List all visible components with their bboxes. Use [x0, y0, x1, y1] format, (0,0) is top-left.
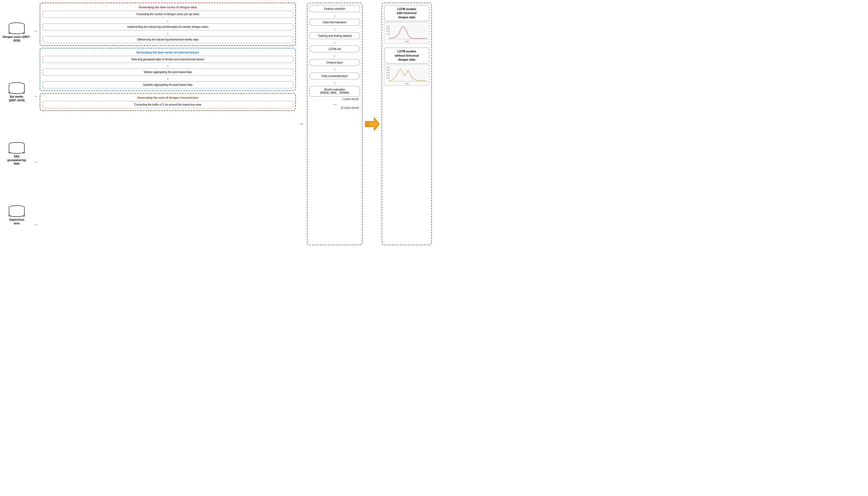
arrow-process-to-lstm: →	[297, 3, 305, 245]
svg-text:3000: 3000	[386, 73, 389, 74]
arrow-lstm-5: ↓	[310, 67, 360, 72]
svg-text:4000: 4000	[386, 26, 389, 27]
svg-text:1000: 1000	[386, 33, 389, 35]
svg-text:2019: 2019	[405, 41, 409, 42]
col-processing: Generating the time series of dengue dat…	[40, 3, 296, 245]
step-brown-1: Computing the buffer of 1 km around the …	[42, 101, 293, 108]
step-dengue-2: Implementing the natural log-transformat…	[42, 23, 293, 30]
arrow-lstm-4: ↓	[310, 53, 360, 58]
label-dengue-cases: Dengue cases (2007–2019)	[2, 35, 31, 42]
result-block-with-history: LSTM modelswith historicaldengue data	[384, 5, 429, 43]
arrow-down-3: ↓	[42, 63, 293, 68]
week-label-1week: 1-week-ahead	[310, 98, 360, 100]
label-impervious: Imperviousarea	[9, 218, 24, 225]
lstm-train-test: Training and testing dataset	[310, 32, 360, 39]
datasource-gee: GEEgeospatial bigdata	[8, 142, 26, 166]
step-dengue-1: Computing the number of dengue cases per…	[42, 11, 293, 18]
arrow-impervious-right: →	[33, 222, 38, 227]
cylinder-gee	[9, 142, 25, 154]
label-epi-weeks: Epi weeks(2007–2019)	[9, 95, 25, 102]
svg-text:2000: 2000	[386, 75, 389, 76]
arrow-down-1: ↓	[42, 18, 293, 23]
datasource-dengue-cases: Dengue cases (2007–2019)	[2, 22, 31, 42]
arrow-down-4: ↓	[42, 76, 293, 81]
svg-marker-0	[365, 118, 379, 131]
arrow-gee-right: →	[33, 159, 38, 164]
brown-box-transmission-area: Generating the area of dengue transmissi…	[40, 93, 296, 111]
big-arrow-svg	[365, 118, 379, 131]
arrow-lstm-6: ↓	[310, 80, 360, 85]
step-ext-1: Selecting geospatial data of climate and…	[42, 56, 293, 63]
arrow-dengue-right: →	[33, 29, 38, 34]
lstm-data-normalization: Data Normalization	[310, 19, 360, 26]
chart-svg-red: 2019 0 1000 2000 3000 4000	[385, 22, 429, 43]
lstm-feature-selection: Feature selection	[310, 5, 360, 12]
result-title-without-history: LSTM modelswithout historicaldengue data	[384, 48, 429, 63]
svg-text:2000: 2000	[386, 31, 389, 32]
lstm-outer-box: Feature selection ↓ Data Normalization ↓…	[307, 3, 362, 245]
col-lstm-pipeline: Feature selection ↓ Data Normalization ↓…	[307, 3, 362, 245]
arrows-datasource-to-process: → → → →	[33, 3, 38, 245]
result-block-without-history: LSTM modelswithout historicaldengue data	[384, 48, 429, 86]
chart-svg-orange: 2019 0 1000 2000 3000 4000 5000	[385, 65, 429, 86]
red-box-dengue-timeseries: Generating the time series of dengue dat…	[40, 3, 296, 46]
lstm-model-eval: Model evaluation(RMSE, MAE，ARIMA)	[310, 86, 360, 96]
cylinder-dengue	[9, 22, 25, 34]
big-arrow-to-results	[364, 3, 380, 245]
arrow-lstm-3: ↓	[310, 40, 360, 45]
cylinder-impervious	[9, 205, 25, 217]
datasource-epi-weeks: Epi weeks(2007–2019)	[9, 82, 25, 102]
step-ext-3: Spatially aggregating the pixel-based da…	[42, 81, 293, 88]
arrow-down-2: ↓	[42, 31, 293, 35]
result-with-history-bold: LSTM modelswith historicaldengue data	[397, 7, 417, 19]
dots-weeks: ...	[310, 101, 360, 106]
svg-text:2019: 2019	[405, 83, 409, 84]
col-datasources: Dengue cases (2007–2019) Epi weeks(2007–…	[2, 3, 31, 245]
result-without-history-bold: LSTM modelswithout historicaldengue data	[394, 50, 419, 61]
step-dengue-3: Differencing the natural log-transformed…	[42, 36, 293, 43]
svg-text:0: 0	[388, 81, 389, 82]
arrow-lstm-2: ↓	[310, 27, 360, 31]
arrow-lstm-1: ↓	[310, 13, 360, 18]
datasource-impervious: Imperviousarea	[9, 205, 25, 225]
result-title-with-history: LSTM modelswith historicaldengue data	[384, 5, 429, 21]
cylinder-epi	[9, 82, 25, 94]
svg-text:0: 0	[388, 38, 389, 40]
lstm-cell: LSTM cell	[310, 46, 360, 52]
brown-box-title: Generating the area of dengue transmissi…	[42, 96, 293, 99]
step-ext-2: Weekly aggregating the pixel-based data	[42, 68, 293, 76]
col-results: LSTM modelswith historicaldengue data	[381, 3, 432, 245]
lstm-dropout: Dropout layer	[310, 59, 360, 66]
blue-box-title: Generating the time series of external f…	[42, 50, 293, 54]
chart-without-history: 2019 0 1000 2000 3000 4000 5000	[384, 64, 429, 86]
chart-with-history: 2019 0 1000 2000 3000 4000	[384, 22, 429, 43]
main-container: Dengue cases (2007–2019) Epi weeks(2007–…	[0, 0, 434, 248]
week-label-12week: 12-week-ahead	[310, 106, 360, 109]
blue-box-external-factors: Generating the time series of external f…	[40, 48, 296, 91]
svg-text:5000: 5000	[386, 67, 389, 68]
red-box-title: Generating the time series of dengue dat…	[42, 5, 293, 9]
label-gee: GEEgeospatial bigdata	[8, 155, 26, 166]
svg-text:1000: 1000	[386, 78, 389, 79]
arrow-epi-right: →	[33, 94, 38, 99]
results-outer-box: LSTM modelswith historicaldengue data	[381, 3, 432, 245]
lstm-fully-connected: Fully-connected layer	[310, 73, 360, 79]
svg-text:3000: 3000	[386, 28, 389, 30]
svg-text:4000: 4000	[386, 70, 389, 71]
